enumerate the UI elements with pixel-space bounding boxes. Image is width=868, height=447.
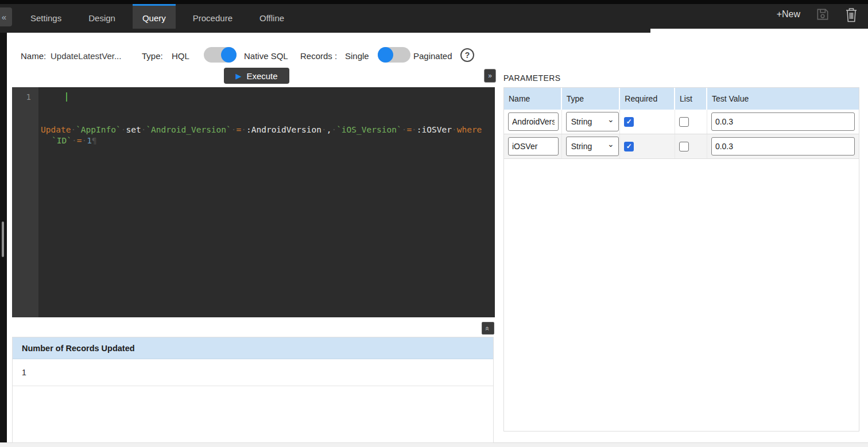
nav-tabs: SettingsDesignQueryProcedureOffline [21,4,301,29]
chevron-down-icon: ⌄ [607,115,614,124]
records-label: Records : [300,50,337,62]
param-type-select[interactable]: String⌄ [566,112,619,131]
code-area[interactable]: Update·`AppInfo`·set·`Android_Version`·=… [38,87,495,317]
collapse-parameters-button[interactable]: » [484,69,496,83]
records-option-paginated[interactable]: Paginated [413,50,452,62]
editor-gutter: 1 [12,87,38,317]
required-checkbox[interactable]: ✓ [624,142,634,151]
chevron-double-right-icon: » [488,72,492,80]
param-list-cell [675,134,707,158]
list-checkbox[interactable] [679,142,689,151]
tab-settings[interactable]: Settings [21,4,71,29]
select-value: String [571,142,592,151]
chevron-double-up-icon: « [483,326,492,330]
topbar-divider [0,0,868,4]
text-caret [66,92,67,102]
results-table: Number of Records Updated 1 [12,337,494,443]
play-icon: ▶ [235,72,241,80]
records-toggle[interactable] [378,47,410,63]
param-name-cell [504,134,562,158]
query-name-value[interactable]: UpdateLatestVer... [51,50,121,62]
expand-results-button[interactable]: « [482,322,494,335]
code-line: `ID`·=·1¶ [41,135,491,146]
horizontal-scrollbar-track[interactable] [0,442,868,447]
toggle-knob [378,47,393,63]
parameter-row: String⌄✓ [504,134,859,159]
results-body: 1 [13,359,493,386]
parameters-title: PARAMETERS [503,73,560,83]
param-name-cell [504,110,562,134]
parameters-header-row: NameTypeRequiredListTest Value [504,88,859,110]
test-value-input[interactable] [711,137,855,156]
param-test-value-cell [707,134,859,158]
parameters-table: NameTypeRequiredListTest Value String⌄✓S… [503,87,859,432]
type-toggle[interactable] [204,47,237,63]
param-list-cell [675,110,707,134]
param-type-select[interactable]: String⌄ [566,137,619,156]
execute-label: Execute [246,71,277,81]
column-header-required: Required [620,88,675,110]
param-name-input[interactable] [508,112,559,131]
new-query-button[interactable]: +New [777,9,800,20]
toggle-knob [221,47,237,63]
column-header-list: List [675,88,707,110]
scroll-handle[interactable] [2,221,4,257]
test-value-input[interactable] [711,112,855,131]
records-option-single[interactable]: Single [345,50,369,62]
param-type-cell: String⌄ [562,134,621,158]
top-navigation-bar: SettingsDesignQueryProcedureOffline +New [0,0,868,33]
select-value: String [571,117,592,126]
param-name-input[interactable] [508,137,559,156]
result-row: 1 [13,359,493,386]
help-icon[interactable]: ? [460,48,474,62]
list-checkbox[interactable] [679,117,689,127]
type-option-native-sql[interactable]: Native SQL [244,50,288,62]
tab-design[interactable]: Design [79,4,125,29]
left-panel-strip [0,33,7,442]
topbar-actions: +New [777,0,858,29]
tab-procedure[interactable]: Procedure [183,4,242,29]
parameter-row: String⌄✓ [504,110,859,134]
type-label: Type: [142,50,163,62]
column-header-name: Name [504,88,562,110]
results-header: Number of Records Updated [13,337,493,359]
tab-query[interactable]: Query [133,4,176,29]
param-type-cell: String⌄ [562,110,621,134]
param-test-value-cell [707,110,859,134]
topbar-notch [650,29,868,33]
execute-button[interactable]: ▶ Execute [224,68,289,84]
param-required-cell: ✓ [620,110,675,134]
line-number: 1 [26,92,31,102]
collapse-panel-button[interactable]: « [0,7,12,26]
column-header-type: Type [562,88,621,110]
tab-offline[interactable]: Offline [250,4,294,29]
type-option-hql[interactable]: HQL [172,50,189,62]
save-icon[interactable] [815,7,830,22]
chevron-double-left-icon: « [2,12,6,22]
query-editor-screen: SettingsDesignQueryProcedureOffline +New [0,0,868,447]
param-required-cell: ✓ [620,134,675,158]
code-line: Update·`AppInfo`·set·`Android_Version`·=… [41,125,491,135]
parameters-body: String⌄✓String⌄✓ [504,110,859,159]
delete-icon[interactable] [845,7,858,22]
required-checkbox[interactable]: ✓ [624,117,634,127]
chevron-down-icon: ⌄ [607,139,614,149]
sql-code-editor[interactable]: 1 Update·`AppInfo`·set·`Android_Version`… [12,87,495,317]
column-header-test-value: Test Value [707,88,859,110]
name-label: Name: [21,50,46,62]
